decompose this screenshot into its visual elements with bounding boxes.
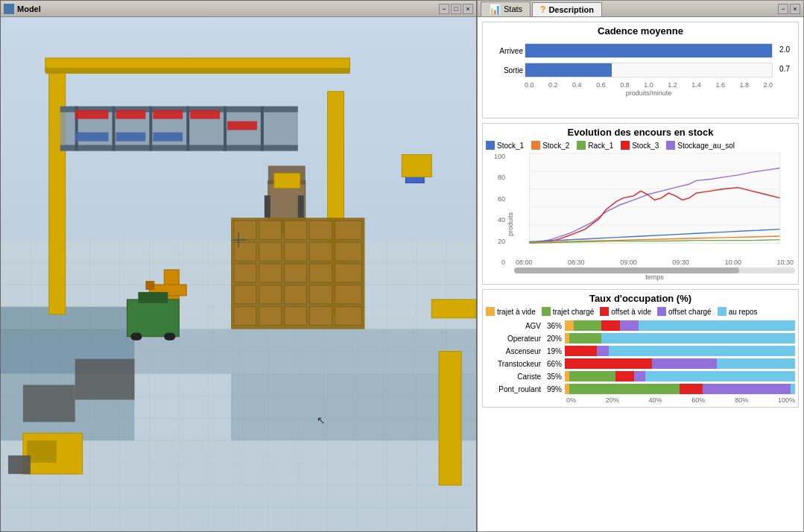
svg-rect-82 [285, 307, 307, 326]
legend-dot-stock2 [531, 141, 540, 150]
svg-rect-67 [285, 242, 307, 261]
evolution-svg [514, 153, 795, 257]
svg-rect-30 [49, 62, 66, 314]
svg-rect-61 [259, 221, 282, 239]
tab-strip: 📊 Stats ? Description [481, 1, 602, 16]
legend-label-rack1: Rack_1 [588, 142, 613, 150]
taux-row-pont_roulant: Pont_roulant99% [486, 384, 795, 394]
svg-rect-64 [335, 221, 362, 239]
tab-description[interactable]: ? Description [532, 2, 602, 16]
taux-row-label-3: Transtockeur [486, 360, 544, 368]
taux-row-pct-3: 66% [544, 360, 565, 368]
taux-label-offset-charge: offset chargé [668, 308, 712, 316]
svg-rect-41 [224, 107, 227, 151]
legend-rack1: Rack_1 [577, 141, 613, 150]
svg-rect-47 [227, 121, 257, 130]
x-label-1000: 10:00 [724, 259, 741, 266]
x-label-0930: 09:30 [672, 259, 689, 266]
taux-segment-5-1 [569, 384, 680, 394]
tab-stats[interactable]: 📊 Stats [481, 1, 531, 16]
taux-legend-offset-vide: offset à vide [600, 307, 651, 316]
taux-dot-offset-charge [657, 307, 666, 316]
model-minimize-btn[interactable]: − [439, 4, 449, 14]
taux-row-pct-1: 20% [544, 335, 565, 343]
model-body: ↖ [1, 17, 476, 531]
taux-bar-3 [565, 358, 795, 369]
model-maximize-btn[interactable]: □ [451, 4, 461, 14]
x-label-0830: 08:30 [568, 259, 585, 266]
taux-row-pct-4: 35% [544, 373, 565, 381]
taux-row-transtockeur: Transtockeur66% [486, 358, 795, 369]
svg-rect-80 [234, 307, 256, 326]
svg-rect-87 [145, 281, 154, 290]
taux-row-pct-0: 36% [544, 322, 565, 330]
stats-close-btn[interactable]: × [790, 4, 800, 14]
taux-legend-trajet-vide: trajet à vide [486, 307, 536, 316]
taux-row-label-4: Cariste [486, 373, 544, 381]
y-label-20: 20 [486, 238, 505, 245]
legend-stock1: Stock_1 [486, 141, 524, 150]
cadence-axis-8: 1.6 [715, 81, 725, 89]
taux-rows: AGV36%Operateur20%Ascenseur19%Transtocke… [486, 320, 795, 394]
model-scene[interactable]: ↖ [1, 17, 476, 531]
stats-minimize-btn[interactable]: − [778, 4, 788, 14]
model-window-controls: − □ × [439, 4, 473, 14]
svg-rect-42 [261, 107, 264, 151]
model-title: Model [17, 4, 41, 13]
taux-axis: 0% 20% 40% 60% 80% 100% [486, 396, 795, 404]
model-close-btn[interactable]: × [463, 4, 473, 14]
taux-row-operateur: Operateur20% [486, 333, 795, 343]
taux-dot-trajet-vide [486, 307, 495, 316]
legend-stock3: Stock_3 [621, 141, 659, 150]
y-label-60: 60 [486, 195, 505, 203]
legend-stockage: Stockage_au_sol [666, 141, 735, 150]
cadence-axis-1: 0.2 [548, 81, 558, 89]
cadence-axis-2: 0.4 [572, 81, 582, 89]
y-label-0: 0 [486, 259, 505, 266]
evolution-legend: Stock_1 Stock_2 Rack_1 Stock_3 Stockage_… [486, 141, 795, 150]
cadence-axis-3: 0.6 [596, 81, 606, 89]
svg-rect-68 [310, 242, 332, 261]
svg-rect-62 [285, 221, 307, 239]
taux-segment-4-2 [615, 371, 634, 381]
taux-axis-80: 80% [735, 396, 748, 404]
taux-row-label-2: Ascenseur [486, 347, 544, 355]
svg-rect-81 [259, 307, 282, 326]
taux-axis-40: 40% [649, 396, 662, 404]
tab-stats-label: Stats [504, 4, 522, 13]
evolution-scrollbar[interactable] [514, 267, 795, 273]
svg-rect-45 [153, 110, 183, 119]
legend-label-stockage: Stockage_au_sol [677, 142, 735, 150]
cadence-val-arrivee: 2.0 [779, 45, 790, 54]
svg-rect-44 [116, 110, 146, 119]
svg-rect-55 [274, 173, 300, 188]
taux-row-ascenseur: Ascenseur19% [486, 346, 795, 356]
legend-label-stock1: Stock_1 [497, 142, 524, 150]
right-titlebar: 📊 Stats ? Description − × [478, 1, 803, 17]
taux-row-label-5: Pont_roulant [486, 385, 544, 393]
taux-section: Taux d'occupation (%) trajet à vide traj… [482, 289, 799, 408]
evolution-scrollbar-thumb[interactable] [514, 267, 739, 273]
taux-segment-0-1 [574, 320, 601, 331]
taux-axis-100: 100% [778, 396, 795, 404]
svg-rect-83 [310, 307, 332, 326]
svg-rect-76 [259, 285, 282, 304]
cadence-axis: 0.0 0.2 0.4 0.6 0.8 1.0 1.2 1.4 1.6 1.8 … [525, 81, 773, 89]
x-label-1030: 10:30 [776, 259, 794, 266]
legend-dot-stockage [666, 141, 675, 150]
taux-segment-2-4 [609, 346, 795, 356]
taux-segment-2-2 [565, 346, 597, 356]
cadence-axis-10: 2.0 [763, 81, 773, 89]
taux-bar-5 [565, 384, 795, 394]
svg-rect-79 [335, 285, 362, 304]
svg-rect-77 [285, 285, 307, 304]
taux-row-label-1: Operateur [486, 335, 544, 343]
cadence-label-arrivee: Arrivee [486, 47, 523, 55]
evolution-chart-area: 08:00 08:30 09:00 09:30 10:00 10:30 temp… [514, 153, 795, 281]
taux-axis-0: 0% [566, 396, 576, 404]
svg-rect-50 [153, 133, 183, 142]
taux-segment-4-1 [569, 371, 615, 381]
svg-rect-72 [285, 264, 307, 282]
legend-dot-stock1 [486, 141, 495, 150]
taux-dot-au-repos [718, 307, 727, 316]
